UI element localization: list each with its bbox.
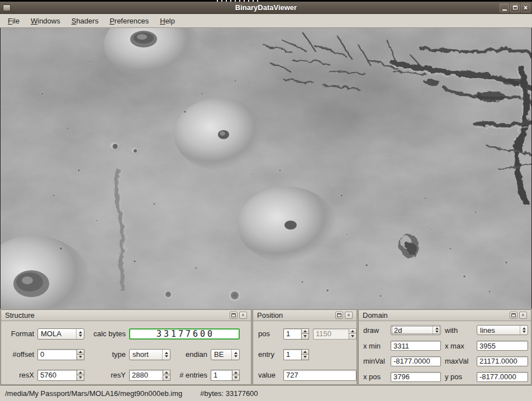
xmax-label: x max [445, 342, 473, 350]
menubar: File Windows Shaders Preferences Help [0, 14, 532, 28]
minval-field[interactable]: -8177.0000 [391, 356, 441, 366]
structure-panel-header[interactable]: Structure × [1, 310, 251, 321]
terrain-viewport[interactable] [0, 28, 532, 309]
calc-bytes-display: 33177600 [129, 328, 240, 340]
position-panel-header[interactable]: Position × [253, 310, 357, 321]
with-label: with [445, 326, 473, 335]
float-icon [511, 313, 516, 317]
menu-windows[interactable]: Windows [26, 15, 65, 27]
position-float-button[interactable] [335, 312, 343, 319]
domain-float-button[interactable] [510, 312, 517, 319]
combo-arrows-icon [231, 350, 239, 360]
draw-label: draw [363, 326, 387, 335]
close-icon: × [347, 313, 350, 318]
calc-bytes-label: calc bytes [88, 330, 126, 338]
spin-down-icon[interactable] [301, 355, 309, 360]
xmin-label: x min [363, 342, 387, 350]
spin-up-icon[interactable] [77, 349, 84, 355]
ypos-field[interactable]: -8177.0000 [477, 372, 528, 382]
close-icon: × [521, 313, 524, 318]
mars-terrain-image [1, 28, 531, 309]
entry-spinner[interactable]: 1 [283, 349, 309, 360]
spin-down-icon [349, 334, 357, 340]
status-file-path: /media/My Passport/Mars/MOLA16/megt90n00… [5, 389, 182, 398]
resx-label: resX [6, 371, 34, 379]
format-combo[interactable]: MOLA [37, 328, 84, 340]
menu-preferences[interactable]: Preferences [104, 15, 154, 27]
format-label: Format [6, 330, 34, 338]
resy-spinner[interactable]: 2880 [129, 370, 170, 381]
combo-arrows-icon [520, 326, 528, 335]
float-icon [337, 313, 341, 317]
domain-panel-title: Domain [363, 311, 388, 319]
xpos-field[interactable]: 3796 [391, 372, 441, 382]
pos-max-spinner: 1150 [313, 328, 357, 340]
entries-label: # entries [174, 371, 207, 379]
domain-close-button[interactable]: × [519, 312, 527, 319]
resx-spinner[interactable]: 5760 [37, 370, 84, 381]
app-window: BinaryDataViewer × File Windows Shaders … [0, 0, 532, 401]
spin-up-icon[interactable] [301, 349, 309, 355]
value-field[interactable]: 727 [283, 370, 357, 381]
dock-area: Structure × Format MOLA calc bytes 33177… [0, 309, 532, 385]
spin-down-icon[interactable] [77, 355, 84, 360]
pos-spinner[interactable]: 1 [283, 328, 309, 340]
position-close-button[interactable]: × [345, 312, 353, 319]
structure-float-button[interactable] [230, 312, 238, 319]
offset-label: #offset [6, 350, 34, 359]
statusbar: /media/My Passport/Mars/MOLA16/megt90n00… [0, 385, 532, 401]
xmin-field[interactable]: 3311 [391, 341, 441, 351]
structure-panel: Structure × Format MOLA calc bytes 33177… [1, 309, 251, 385]
type-label: type [88, 350, 126, 359]
domain-panel: Domain × draw 2d with lines x min 33 [358, 309, 531, 385]
structure-close-button[interactable]: × [239, 312, 247, 319]
titlebar[interactable]: BinaryDataViewer × [0, 2, 532, 14]
ypos-label: y pos [445, 373, 473, 381]
spin-up-icon[interactable] [301, 328, 309, 335]
minimize-button[interactable] [500, 3, 509, 12]
menu-shaders[interactable]: Shaders [66, 15, 103, 27]
xmax-field[interactable]: 3955 [477, 341, 528, 351]
maxval-label: maxVal [445, 357, 473, 365]
type-combo[interactable]: short [129, 349, 170, 360]
position-panel-title: Position [257, 311, 283, 319]
minval-label: minVal [363, 357, 387, 365]
spin-up-icon[interactable] [163, 370, 170, 376]
spin-up-icon [349, 328, 357, 335]
draw-combo[interactable]: 2d [391, 325, 441, 335]
endian-label: endian [174, 350, 207, 359]
spin-up-icon[interactable] [77, 370, 84, 376]
window-icon [3, 4, 11, 11]
close-icon: × [241, 313, 244, 318]
minimize-icon [502, 9, 507, 11]
resy-label: resY [88, 371, 126, 379]
xpos-label: x pos [363, 373, 387, 381]
spin-down-icon[interactable] [301, 334, 309, 340]
status-byte-count: #bytes: 33177600 [200, 389, 258, 398]
combo-arrows-icon [76, 329, 84, 339]
spin-down-icon[interactable] [163, 375, 170, 381]
domain-panel-header[interactable]: Domain × [359, 310, 531, 321]
close-button[interactable]: × [521, 3, 530, 12]
maxval-field[interactable]: 21171.0000 [477, 356, 528, 366]
pos-label: pos [258, 330, 279, 338]
float-icon [231, 313, 236, 317]
spin-down-icon[interactable] [232, 375, 240, 381]
with-combo[interactable]: lines [477, 325, 528, 335]
value-label: value [258, 371, 279, 379]
offset-spinner[interactable]: 0 [37, 349, 84, 360]
window-controls: × [500, 3, 530, 12]
entries-spinner[interactable]: 1 [211, 370, 240, 381]
window-title: BinaryDataViewer [0, 3, 532, 12]
menu-file[interactable]: File [3, 15, 25, 27]
combo-arrows-icon [162, 350, 170, 360]
close-icon: × [524, 4, 528, 11]
maximize-button[interactable] [510, 3, 520, 12]
structure-panel-title: Structure [5, 311, 35, 319]
endian-combo[interactable]: BE [211, 349, 240, 360]
spin-up-icon[interactable] [232, 370, 240, 376]
combo-arrows-icon [433, 326, 440, 335]
menu-help[interactable]: Help [155, 15, 180, 27]
spin-down-icon[interactable] [77, 375, 84, 381]
maximize-icon [513, 6, 517, 9]
